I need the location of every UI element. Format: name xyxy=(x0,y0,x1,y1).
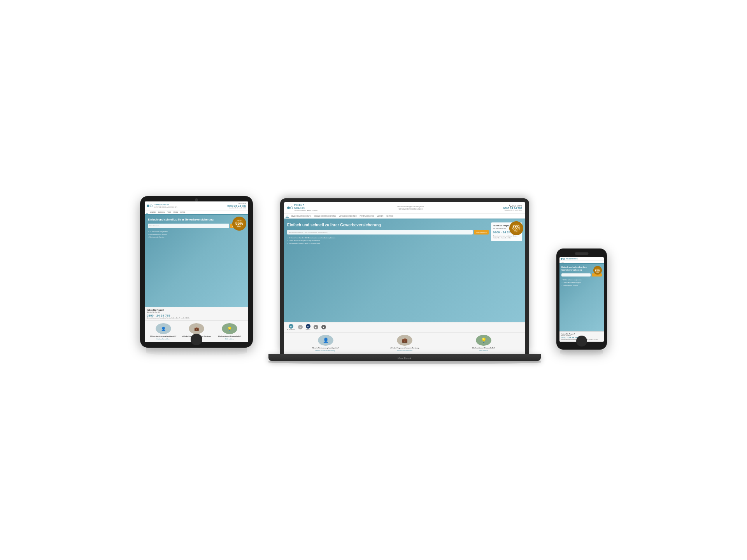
laptop-site-bottom: ★ ALLE SIEGER ● A Allianz ® xyxy=(284,322,525,354)
tablet-check-2: Online Abschluss möglich xyxy=(148,233,245,235)
tablet-search-input[interactable]: Meine Betriebsart... xyxy=(148,224,229,228)
laptop-card-link-2[interactable]: Jetzt Rückruf vereinbaren xyxy=(397,350,412,352)
tablet-nav-privat[interactable]: PRIVAT xyxy=(166,211,172,214)
phone-nav: ≡ MENU xyxy=(559,261,604,264)
laptop-website-content: FINANZCHEF24 UNTERNEHMER. ABER SICHER. D… xyxy=(284,202,525,354)
laptop-icon-dot: ● xyxy=(298,325,303,329)
phone-check-3: Umfassender Service xyxy=(561,284,602,286)
tablet-card-link-3[interactable]: Mehr erfahren xyxy=(225,338,234,340)
tablet-header-phone: LIVE CHAT 0800 24 24 789 Kostenlos - Mo … xyxy=(227,203,246,209)
tablet-site-header: FINANZ CHEF24 UNTERNEHMER. ABER SICHER. … xyxy=(145,201,248,210)
laptop-card-2: 💼 Ich habe Fragen und brauche Beratung. … xyxy=(366,335,443,352)
tablet-card-link-1[interactable]: Erfahren Sie welche... xyxy=(157,338,170,340)
laptop-card-1: 👤 Welche Versicherung benötige ich? Erfa… xyxy=(287,335,364,352)
tablet-body: FINANZ CHEF24 UNTERNEHMER. ABER SICHER. … xyxy=(140,196,253,348)
laptop-card-svg-2: 💼 xyxy=(397,335,412,346)
tablet-card-svg-3: 💡 xyxy=(222,323,237,334)
phone-logo-text: FINANZ CHEF24 xyxy=(566,258,578,260)
tablet-card-svg-2: 💼 xyxy=(189,323,204,334)
laptop-check-3: Umfassender Service - auch im Schadensfa… xyxy=(287,242,489,244)
tablet-card-img-2: 💼 xyxy=(189,323,204,334)
phone-site-bottom: Haben Sie Fragen? Wir sind für Sie da! 0… xyxy=(559,331,604,342)
tablet-check-1: 22 Versicherer vergleichen xyxy=(148,231,245,233)
tablet-card-2: 💼 Ich habe Fragen und brauche Beratung. … xyxy=(181,323,212,340)
tablet-nav-wissen[interactable]: WISSEN xyxy=(172,211,179,214)
svg-text:💡: 💡 xyxy=(227,326,232,331)
tablet-card-img-1: 👤 xyxy=(156,323,171,334)
tablet-card-svg-1: 👤 xyxy=(156,323,171,334)
laptop-icon-label-3: Allianz ® xyxy=(306,329,310,331)
laptop-logo-circle-right xyxy=(290,206,293,209)
svg-text:💼: 💼 xyxy=(194,326,199,331)
laptop-side-box-text: Sie erreichen unsere kostenlose Service … xyxy=(493,235,520,239)
tablet-nav-gewerbe[interactable]: GEWERBE xyxy=(149,211,156,214)
laptop-nav-privat[interactable]: PRIVATVORSORGE xyxy=(359,215,375,217)
laptop-base xyxy=(268,354,541,361)
phone-hero: Einfach und schnell zu Ihrer Gewerbevers… xyxy=(559,264,604,331)
tablet-logo-text: FINANZ CHEF24 xyxy=(154,204,177,206)
tablet-card-title-1: Welche Versicherung benötige ich? xyxy=(150,335,177,337)
laptop-nav-branchen[interactable]: BRANCHENVERSICHERUNG xyxy=(314,215,337,217)
laptop-site-header: FINANZCHEF24 UNTERNEHMER. ABER SICHER. D… xyxy=(284,202,525,214)
laptop-card-img-2: 💼 xyxy=(397,335,412,346)
phone-device: FINANZ CHEF24 ≡ MENU Einfach und schnell… xyxy=(556,248,607,356)
laptop-hero-badge: oder bis zu 85% billiger xyxy=(509,221,523,235)
laptop-card-img-1: 👤 xyxy=(318,335,333,346)
laptop-icon-4: ◆ xyxy=(314,325,318,330)
tablet-logo-icon xyxy=(147,205,153,207)
tablet-phone-number: 0800 24 24 789 xyxy=(227,205,246,207)
phone-site-header: FINANZ CHEF24 xyxy=(559,257,604,261)
laptop-badge-percent: 85% xyxy=(512,226,520,230)
laptop-nav: ⌂ GEWERBEVERSICHERUNG BRANCHENVERSICHERU… xyxy=(284,214,525,219)
laptop-icons-row: ★ ALLE SIEGER ● A Allianz ® xyxy=(284,322,525,332)
laptop-nav-vergleich[interactable]: VERGLEICHSRECHNER xyxy=(338,215,358,217)
tablet-hero-text: Einfach und schnell zu Ihrer Gewerbevers… xyxy=(148,218,245,239)
tablet-hours: Kostenlos - Mo - Fr von 8 - 18 Uhr xyxy=(227,207,246,209)
svg-text:💡: 💡 xyxy=(481,337,487,343)
tablet-hero: Einfach und schnell zu Ihrer Gewerbevers… xyxy=(145,215,248,307)
phone-body: FINANZ CHEF24 ≡ MENU Einfach und schnell… xyxy=(556,248,607,350)
tablet-hero-checklist: 22 Versicherer vergleichen Online Abschl… xyxy=(148,231,245,238)
laptop-card-svg-3: 💡 xyxy=(476,335,491,346)
laptop-nav-service[interactable]: SERVICE xyxy=(386,215,394,217)
laptop-icon-allianz: A xyxy=(306,324,310,329)
phone-badge-pct: 85% xyxy=(595,269,600,272)
phone-hero-text: Einfach und schnell zu Ihrer Gewerbevers… xyxy=(561,266,602,329)
laptop-check-2: Online Abschluss möglich zu Top-Konditio… xyxy=(287,240,489,242)
laptop-card-3: 💡 Wie funktioniert Finanzchef24? Mehr er… xyxy=(445,335,522,352)
phone-website-content: FINANZ CHEF24 ≡ MENU Einfach und schnell… xyxy=(559,257,604,342)
phone-search-input[interactable]: Meine Betriebsart... xyxy=(561,273,591,276)
tablet-nav-branchen[interactable]: BRANCHEN xyxy=(157,211,165,214)
tablet-website-content: FINANZ CHEF24 UNTERNEHMER. ABER SICHER. … xyxy=(145,201,248,342)
laptop-search-button[interactable]: Zum Vergleich › xyxy=(474,230,489,234)
laptop-card-title-3: Wie funktioniert Finanzchef24? xyxy=(472,347,495,349)
tablet-nav-home[interactable]: ⌂ xyxy=(146,211,148,214)
tablet-side-text: Sie erreichen unsere kostenlose Service … xyxy=(147,317,246,319)
laptop-icon-tri: ▲ xyxy=(321,325,326,329)
tablet-hero-badge: oder bis 85% billiger xyxy=(232,217,246,231)
laptop-nav-wissen[interactable]: WISSEN xyxy=(377,215,384,217)
tablet-logo: FINANZ CHEF24 UNTERNEHMER. ABER SICHER. xyxy=(147,204,177,208)
laptop-logo-text: FINANZCHEF24 xyxy=(294,204,318,209)
laptop-card-link-1[interactable]: Erfahren Sie welche Absicherung... xyxy=(315,350,336,352)
laptop-card-link-3[interactable]: Mehr erfahren xyxy=(479,350,488,352)
laptop-nav-gewerbe[interactable]: GEWERBEVERSICHERUNG xyxy=(290,215,312,217)
tablet-badge-label: billiger xyxy=(237,226,241,227)
phone-check-2: Online Abschluss möglich xyxy=(561,282,602,284)
phone-hero-badge: bis 85% billiger xyxy=(593,266,602,275)
laptop-hours: Kostenlos - Mo - Fr von 8 - 18 Uhr xyxy=(503,210,522,211)
laptop-nav-home[interactable]: ⌂ xyxy=(286,214,289,218)
laptop-search-input[interactable]: Meine Betriebsart ist... (z.B. Hausmeist… xyxy=(287,230,473,234)
laptop-device: FINANZCHEF24 UNTERNEHMER. ABER SICHER. D… xyxy=(268,198,541,364)
laptop-hero-search: Meine Betriebsart ist... (z.B. Hausmeist… xyxy=(287,230,489,234)
laptop-logo: FINANZCHEF24 UNTERNEHMER. ABER SICHER. xyxy=(287,204,318,212)
laptop-phone-number: 0800 24 24 789 xyxy=(503,207,522,210)
phone-nav-item[interactable]: ≡ MENU xyxy=(560,261,565,263)
laptop-logo-circle-left xyxy=(287,206,290,209)
phone-hero-checklist: 22 Versicherer vergleichen Online Abschl… xyxy=(561,279,602,286)
tablet-hero-title: Einfach und schnell zu Ihrer Gewerbevers… xyxy=(148,218,245,221)
phone-logo-icon xyxy=(561,258,565,260)
laptop-hero-checklist: 22 Versicherer für über 800 Betriebsarte… xyxy=(287,237,489,244)
tablet-card-link-2[interactable]: Jetzt Rückruf xyxy=(193,338,200,340)
tablet-nav-service[interactable]: SERVICE xyxy=(179,211,186,214)
